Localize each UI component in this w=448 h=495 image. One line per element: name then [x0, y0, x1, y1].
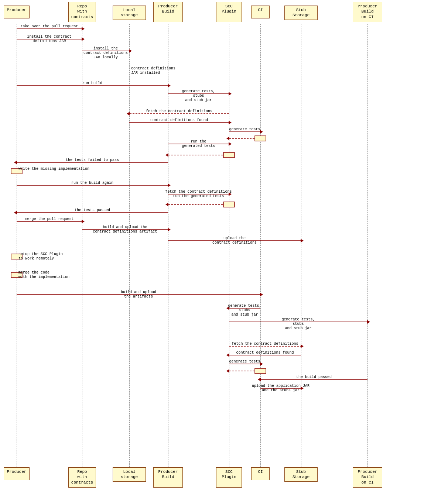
svg-text:generate tests,stubsand stub j: generate tests,stubsand stub jar: [281, 317, 315, 330]
svg-text:generate tests,stubsand stub j: generate tests,stubsand stub jar: [182, 89, 215, 102]
svg-text:build and upload thecontract d: build and upload thecontract definitions…: [93, 225, 157, 234]
lifeline-scc: [229, 24, 229, 467]
svg-text:the build passed: the build passed: [296, 375, 332, 379]
lifeline-stub: [301, 24, 301, 467]
actor-producer: Producer: [4, 6, 30, 18]
svg-text:write the missing implementati: write the missing implementation: [18, 167, 89, 171]
svg-text:generate tests,stubsand stub j: generate tests,stubsand stub jar: [228, 304, 261, 317]
lifeline-prodbuild: [168, 24, 168, 467]
svg-text:contract definitions found: contract definitions found: [236, 351, 294, 355]
actor-stub: Stub Storage: [284, 6, 318, 20]
lifeline-producer: [17, 24, 17, 467]
svg-text:upload thecontract definitions: upload thecontract definitions: [212, 236, 257, 245]
svg-text:generate tests: generate tests: [229, 127, 260, 131]
svg-text:build and uploadthe artifacts: build and uploadthe artifacts: [121, 290, 156, 299]
actor-prodbuild: ProducerBuild: [153, 467, 183, 488]
actor-scc: SCCPlugin: [216, 2, 242, 22]
svg-text:contract definitionsJAR instal: contract definitionsJAR installed: [131, 66, 175, 75]
svg-text:fetch the contract definitions: fetch the contract definitions: [146, 109, 212, 113]
svg-text:take over the pull request: take over the pull request: [20, 24, 78, 28]
sequence-diagram: take over the pull requestinstall the co…: [0, 0, 448, 495]
svg-text:contract definitions found: contract definitions found: [150, 118, 208, 122]
svg-text:run build: run build: [82, 81, 102, 85]
lifeline-ci: [260, 24, 261, 467]
actor-producer: Producer: [4, 467, 30, 480]
actor-prodci: ProducerBuildon CI: [353, 467, 382, 488]
svg-text:merge the codewith the impleme: merge the codewith the implementation: [18, 271, 69, 279]
svg-text:merge the pull request: merge the pull request: [25, 217, 73, 221]
svg-text:fetch the contract definitions: fetch the contract definitions: [232, 342, 298, 346]
svg-text:install the contractdefinition: install the contractdefinitions JAR: [27, 35, 71, 43]
actor-repo: Repowithcontracts: [68, 467, 96, 488]
lifeline-local: [129, 24, 130, 467]
actor-stub: Stub Storage: [284, 467, 318, 482]
lifeline-prodci: [367, 24, 368, 467]
actor-local: Local storage: [113, 467, 146, 482]
actor-ci: CI: [251, 467, 270, 480]
svg-text:fetch the contract definitions: fetch the contract definitionsrun the ge…: [165, 190, 232, 198]
svg-text:generate tests: generate tests: [229, 360, 260, 364]
svg-text:install thecontract definition: install thecontract definitionsJAR local…: [83, 47, 128, 59]
actor-ci: CI: [251, 6, 270, 18]
actor-local: Local storage: [113, 6, 146, 20]
actor-repo: Repowithcontracts: [68, 2, 96, 22]
svg-text:run the build again: run the build again: [71, 181, 113, 185]
svg-text:the tests failed to pass: the tests failed to pass: [66, 158, 119, 162]
actor-scc: SCCPlugin: [216, 467, 242, 488]
svg-text:run thegenerated tests: run thegenerated tests: [182, 140, 215, 148]
actor-prodbuild: ProducerBuild: [153, 2, 183, 22]
svg-text:setup the SCC Pluginto work re: setup the SCC Pluginto work remotely: [18, 252, 63, 261]
lifeline-repo: [82, 24, 82, 467]
actor-prodci: ProducerBuildon CI: [353, 2, 382, 22]
svg-text:the tests passed: the tests passed: [75, 208, 110, 212]
